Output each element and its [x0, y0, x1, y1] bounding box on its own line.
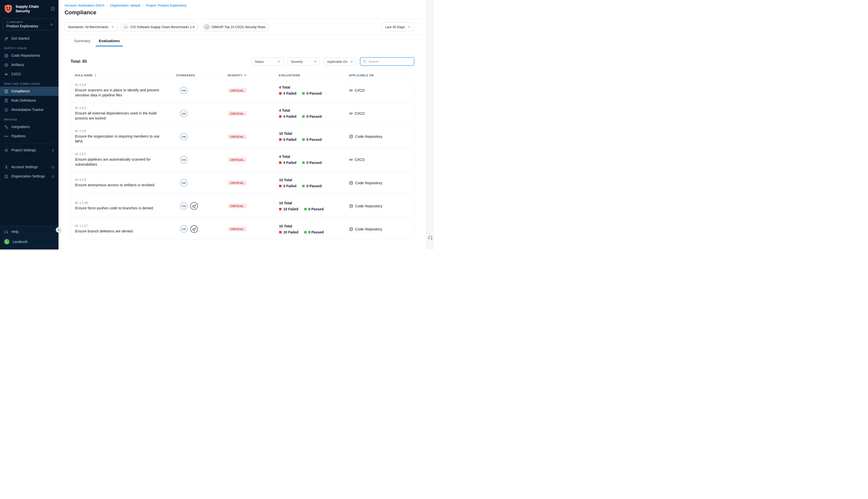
table-row[interactable]: Id: 4.2.5 Ensure anonymous access to art… — [71, 172, 414, 194]
rule-id: Id: 1.3.5 — [75, 129, 164, 133]
rule-id: Id: 2.4.2 — [75, 106, 164, 110]
owasp-icon — [204, 24, 209, 29]
applicable-label: CI/CD — [354, 158, 364, 162]
applicable-on-filter-dropdown[interactable]: Applicable On — [324, 58, 356, 65]
search-input[interactable] — [369, 60, 411, 63]
failed-indicator — [279, 161, 281, 164]
severity-badge: CRITICAL — [228, 134, 246, 139]
sidebar-collapse-button[interactable] — [56, 227, 61, 233]
failed-indicator — [279, 231, 281, 233]
applicable-icon — [349, 204, 353, 208]
failed-count: 0 Failed — [283, 137, 297, 142]
tab-summary[interactable]: Summary — [71, 36, 93, 46]
table-row[interactable]: Id: 1.1.16 Ensure force pushes code to b… — [71, 196, 414, 217]
project-selector[interactable]: PROJECT Product Exploratory — [3, 19, 56, 31]
repository-icon — [4, 53, 8, 58]
severity-badge: CRITICAL — [228, 111, 246, 116]
failed-indicator — [279, 208, 281, 210]
section-label-risk-compliance: RISK AND COMPLIANCE — [0, 79, 59, 87]
rule-cell: Id: 2.4.2 Ensure all external dependenci… — [75, 106, 177, 121]
severity-badge: CRITICAL — [228, 88, 246, 93]
rule-id: Id: 2.3.8 — [75, 83, 164, 87]
date-range-dropdown[interactable]: Last 30 Days — [382, 22, 414, 32]
table-row[interactable]: Id: 1.3.5 Ensure the organization is req… — [71, 126, 414, 147]
sidebar-item-pipelines[interactable]: Pipelines — [0, 132, 59, 141]
evaluations-total: 4 Total — [279, 85, 349, 89]
evaluations-cell: 4 Total 4 Failed 0 Passed — [279, 155, 349, 165]
cis-icon: CIS — [180, 133, 188, 141]
applicable-icon: ∞ — [349, 88, 353, 93]
applicable-label: Code Repository — [355, 135, 382, 138]
evaluations-cell: 10 Total 10 Failed 0 Passed — [279, 201, 349, 211]
breadcrumb-account-link[interactable]: Account: Automation-SSCA — [64, 3, 105, 7]
benchmark-chip-cis[interactable]: CIS CIS Software Supply Chain Benchmarks… — [121, 23, 198, 32]
organization-icon — [4, 174, 8, 179]
rule-name: Ensure force pushes code to branches is … — [75, 206, 164, 211]
standards-dropdown[interactable]: Standards: All Benchmarks — [64, 22, 117, 32]
module-switcher-icon[interactable] — [50, 7, 55, 11]
sidebar-item-help[interactable]: Help — [0, 227, 59, 236]
sidebar-item-cicd[interactable]: ∞ CI/CD — [0, 70, 59, 79]
page-header: Account: Automation-SSCA Organization: d… — [59, 0, 426, 19]
status-filter-dropdown[interactable]: Status — [251, 58, 284, 65]
sidebar-item-remediation-tracker[interactable]: Remediation Tracker — [0, 105, 59, 114]
evaluations-panel: Total: 65 Status Severity Applicable On — [59, 46, 426, 250]
benchmark-chip-owasp[interactable]: OWASP Top 10 CI/CD Security Risks — [202, 23, 269, 32]
evaluations-cell: 10 Total 0 Failed 0 Passed — [279, 178, 349, 188]
breadcrumb-project-link[interactable]: Project: Product Exploratory — [146, 3, 186, 7]
severity-cell: CRITICAL — [228, 204, 279, 208]
rule-id: Id: 1.1.17 — [75, 224, 164, 228]
standards-cell: CIS — [177, 133, 228, 141]
breadcrumb-organization-link[interactable]: Organization: default — [110, 3, 140, 7]
sidebar-item-organization-settings[interactable]: Organization Settings — [0, 172, 59, 181]
breadcrumb-separator-icon — [142, 3, 143, 7]
standards-cell: CIS — [177, 179, 228, 187]
table-row[interactable]: Id: 2.3.8 Ensure scanners are in place t… — [71, 80, 414, 101]
total-count: Total: 65 — [71, 59, 87, 64]
page-title: Compliance — [64, 9, 420, 16]
passed-count: 0 Passed — [306, 114, 322, 119]
table-row[interactable]: Id: 2.3.7 Ensure pipelines are automatic… — [71, 149, 414, 170]
sidebar-item-rule-definitions[interactable]: Rule Definitions — [0, 96, 59, 105]
column-header-severity[interactable]: SEVERITY — [228, 74, 279, 77]
chevron-down-icon — [314, 61, 316, 62]
rocket-icon — [4, 36, 8, 41]
standards-cell: CIS — [177, 156, 228, 164]
owasp-icon — [190, 225, 198, 233]
table-row[interactable]: Id: 1.1.17 Ensure branch deletions are d… — [71, 219, 414, 240]
support-headset-icon[interactable] — [428, 235, 433, 240]
avatar: L — [4, 239, 10, 244]
rule-cell: Id: 1.1.16 Ensure force pushes code to b… — [75, 201, 177, 211]
sidebar-item-code-repositories[interactable]: Code Repositories — [0, 51, 59, 60]
rule-cell: Id: 1.1.17 Ensure branch deletions are d… — [75, 224, 177, 234]
account-icon — [4, 165, 8, 169]
info-icon — [51, 166, 55, 169]
passed-count: 0 Passed — [306, 137, 322, 142]
evaluations-cell: 4 Total 4 Failed 0 Passed — [279, 108, 349, 119]
standards-cell: CIS — [177, 109, 228, 118]
sidebar-item-integrations[interactable]: Integrations — [0, 122, 59, 132]
svg-text:CIS: CIS — [182, 112, 185, 115]
sidebar: Supply Chain Security PROJECT Product Ex… — [0, 0, 59, 250]
user-menu[interactable]: L Lavakush — [0, 236, 59, 247]
sidebar-item-artifacts[interactable]: Artifacts — [0, 60, 59, 70]
rule-name: Ensure pipelines are automatically scann… — [75, 157, 164, 167]
cis-icon: CIS — [180, 179, 188, 187]
sidebar-item-compliance[interactable]: Compliance — [0, 87, 59, 96]
tab-evaluations[interactable]: Evaluations — [96, 36, 123, 46]
applicable-cell: ∞ CI/CD — [349, 111, 414, 116]
sidebar-item-get-started[interactable]: Get Started — [0, 34, 59, 43]
chevron-down-icon — [278, 61, 280, 62]
severity-cell: CRITICAL — [228, 111, 279, 116]
svg-text:CIS: CIS — [182, 228, 185, 230]
applicable-cell: ∞ CI/CD — [349, 157, 414, 162]
table-row[interactable]: Id: 2.4.2 Ensure all external dependenci… — [71, 103, 414, 124]
sidebar-item-project-settings[interactable]: Project Settings — [0, 146, 59, 155]
column-header-rule-name[interactable]: RULE NAME — [75, 74, 176, 77]
sidebar-item-account-settings[interactable]: Account Settings — [0, 162, 59, 172]
failed-count: 4 Failed — [283, 114, 297, 119]
passed-count: 0 Passed — [306, 184, 322, 188]
failed-count: 4 Failed — [283, 92, 297, 95]
severity-filter-dropdown[interactable]: Severity — [288, 58, 320, 65]
cis-icon: CIS — [180, 225, 188, 233]
